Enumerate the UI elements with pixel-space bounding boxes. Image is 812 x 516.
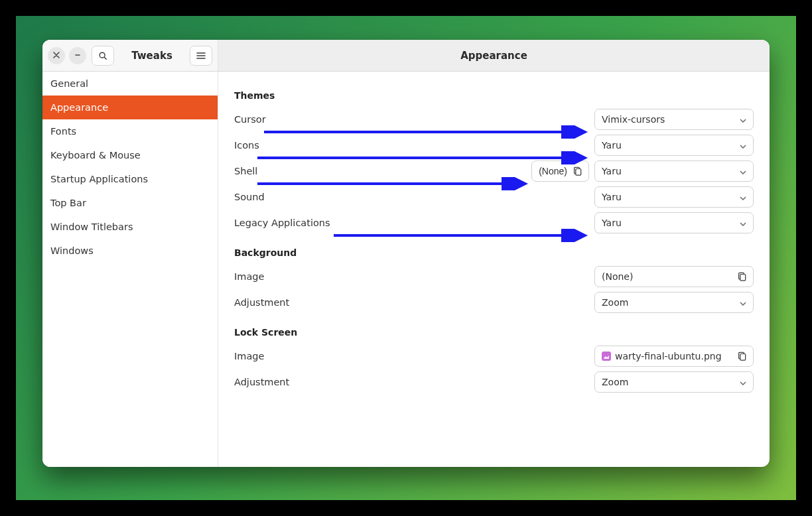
- document-icon: [737, 352, 746, 361]
- combo-value: (None): [602, 271, 633, 282]
- sound-theme-select[interactable]: Yaru: [594, 186, 754, 208]
- svg-rect-13: [740, 274, 746, 281]
- sidebar-item-general[interactable]: General: [42, 72, 218, 96]
- chooser-value: (None): [539, 166, 567, 176]
- sidebar-item-appearance[interactable]: Appearance: [42, 96, 218, 119]
- combo-value: Yaru: [602, 192, 622, 202]
- combo-value: Yaru: [602, 140, 622, 151]
- row-sound: Sound Yaru: [234, 184, 754, 210]
- sidebar: General Appearance Fonts Keyboard & Mous…: [42, 40, 218, 467]
- minimize-button[interactable]: [69, 47, 86, 64]
- row-lockscreen-image: Image warty-final-ubuntu.png: [234, 343, 754, 369]
- section-title-themes: Themes: [234, 90, 754, 101]
- svg-rect-10: [576, 168, 581, 175]
- section-title-lockscreen: Lock Screen: [234, 327, 754, 338]
- svg-line-2: [104, 57, 106, 59]
- appearance-content: Themes Cursor Vimix-cursors: [218, 72, 770, 411]
- main-panel: Themes Cursor Vimix-cursors: [218, 40, 770, 467]
- titlebar-left: Tweaks: [42, 40, 218, 71]
- chevron-down-icon: [740, 297, 746, 308]
- shell-theme-select[interactable]: Yaru: [594, 161, 754, 182]
- menu-button[interactable]: [190, 46, 212, 66]
- lockscreen-image-chooser[interactable]: warty-final-ubuntu.png: [594, 346, 754, 367]
- sidebar-item-label: Top Bar: [50, 198, 86, 208]
- label-icons: Icons: [234, 140, 347, 151]
- sidebar-item-label: General: [50, 78, 88, 89]
- sidebar-item-label: Keyboard & Mouse: [50, 150, 141, 161]
- row-background-image: Image (None): [234, 263, 754, 289]
- sidebar-item-startup-applications[interactable]: Startup Applications: [42, 167, 218, 191]
- row-lockscreen-adjustment: Adjustment Zoom: [234, 369, 754, 395]
- desktop-background: Tweaks Appearance General Appearance Fon…: [16, 16, 796, 500]
- label-ls-adjustment: Adjustment: [234, 377, 347, 387]
- combo-value: Yaru: [602, 218, 622, 228]
- chevron-down-icon: [740, 114, 746, 125]
- combo-value: Vimix-cursors: [602, 114, 665, 125]
- svg-rect-16: [740, 354, 746, 360]
- document-icon: [573, 166, 582, 176]
- minimize-icon: [74, 50, 81, 60]
- label-cursor: Cursor: [234, 114, 347, 125]
- sidebar-item-label: Startup Applications: [50, 174, 148, 184]
- label-bg-image: Image: [234, 271, 347, 282]
- combo-value: Zoom: [602, 297, 628, 308]
- label-legacy: Legacy Applications: [234, 218, 347, 228]
- chevron-down-icon: [740, 192, 746, 202]
- row-shell: Shell (None): [234, 158, 754, 184]
- row-legacy-applications: Legacy Applications Yaru: [234, 210, 754, 235]
- close-icon: [53, 50, 60, 60]
- hamburger-icon: [196, 52, 206, 60]
- label-shell: Shell: [234, 166, 347, 176]
- sidebar-item-top-bar[interactable]: Top Bar: [42, 191, 218, 215]
- chevron-down-icon: [740, 140, 746, 151]
- image-thumbnail-icon: [602, 352, 611, 361]
- row-cursor: Cursor Vimix-cursors: [234, 106, 754, 132]
- sidebar-item-label: Appearance: [50, 102, 108, 113]
- app-title: Tweaks: [118, 50, 186, 62]
- sidebar-item-window-titlebars[interactable]: Window Titlebars: [42, 215, 218, 239]
- sidebar-item-label: Fonts: [50, 126, 76, 137]
- lockscreen-adjustment-select[interactable]: Zoom: [594, 371, 754, 393]
- sidebar-item-fonts[interactable]: Fonts: [42, 119, 218, 143]
- background-image-chooser[interactable]: (None): [594, 266, 754, 287]
- legacy-apps-theme-select[interactable]: Yaru: [594, 212, 754, 233]
- search-icon: [98, 51, 107, 60]
- sidebar-item-label: Windows: [50, 245, 94, 256]
- combo-value: Zoom: [602, 377, 628, 387]
- combo-value: warty-final-ubuntu.png: [615, 351, 722, 361]
- chevron-down-icon: [740, 377, 746, 387]
- annotation-arrow: [334, 229, 592, 242]
- background-adjustment-select[interactable]: Zoom: [594, 292, 754, 313]
- shell-theme-chooser-button[interactable]: (None): [531, 161, 589, 182]
- tweaks-window: Tweaks Appearance General Appearance Fon…: [42, 40, 770, 467]
- document-icon: [737, 272, 746, 281]
- row-background-adjustment: Adjustment Zoom: [234, 289, 754, 315]
- close-button[interactable]: [48, 47, 65, 64]
- sidebar-item-label: Window Titlebars: [50, 222, 133, 232]
- sidebar-item-windows[interactable]: Windows: [42, 239, 218, 263]
- combo-value: Yaru: [602, 166, 622, 176]
- search-button[interactable]: [92, 46, 114, 66]
- row-icons: Icons Yaru: [234, 132, 754, 158]
- label-ls-image: Image: [234, 351, 347, 361]
- label-sound: Sound: [234, 192, 347, 202]
- icons-theme-select[interactable]: Yaru: [594, 135, 754, 156]
- label-bg-adjustment: Adjustment: [234, 297, 347, 308]
- section-title-background: Background: [234, 247, 754, 258]
- chevron-down-icon: [740, 218, 746, 228]
- chevron-down-icon: [740, 166, 746, 176]
- cursor-theme-select[interactable]: Vimix-cursors: [594, 109, 754, 130]
- sidebar-item-keyboard-mouse[interactable]: Keyboard & Mouse: [42, 143, 218, 167]
